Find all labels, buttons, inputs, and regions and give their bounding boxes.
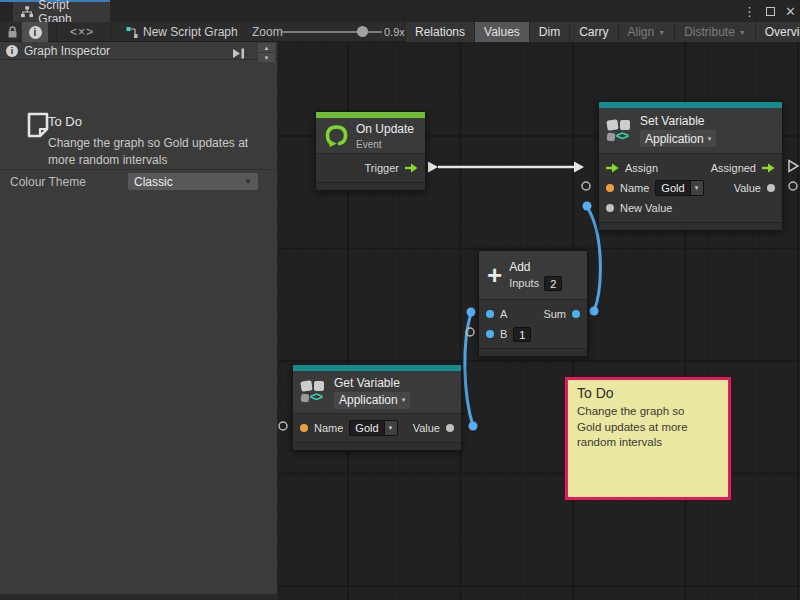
port-get-value-anchor[interactable]	[469, 422, 478, 431]
port-row-name[interactable]: Name Gold ▾ Value	[599, 178, 782, 198]
sticky-note-icon	[26, 112, 50, 143]
graph-toolbar: i <×> New Script Graph Zoom 0.9x Relatio…	[0, 22, 800, 42]
lock-button[interactable]	[4, 22, 20, 42]
node-body: Trigger	[316, 153, 425, 182]
dim-button[interactable]: Dim	[529, 22, 569, 42]
zoom-value: 0.9x	[384, 22, 405, 42]
port-assigned-out-triangle[interactable]	[789, 161, 798, 172]
colour-theme-label: Colour Theme	[10, 175, 86, 189]
toolbar-separator	[56, 22, 57, 42]
info-icon: i	[29, 26, 42, 39]
chevron-down-icon: ▾	[708, 135, 712, 143]
port-a-icon[interactable]	[486, 310, 494, 318]
info-icon: i	[6, 45, 18, 57]
window-menu-icon[interactable]: ⋮	[743, 5, 756, 18]
relations-button[interactable]: Relations	[405, 22, 474, 42]
colour-theme-dropdown[interactable]: Classic ▼	[128, 173, 258, 190]
chevron-down-icon: ▼	[739, 29, 746, 36]
collapse-panel-button[interactable]	[232, 45, 245, 63]
node-header[interactable]: + Add Inputs 2	[479, 251, 587, 299]
window-maximize-icon[interactable]	[766, 7, 775, 16]
flow-in-arrow-icon[interactable]	[606, 163, 619, 173]
wire-arrowhead	[574, 162, 584, 173]
variable-name-dropdown[interactable]: Gold ▾	[349, 420, 397, 436]
overview-button[interactable]: Overview	[755, 22, 800, 42]
node-on-update[interactable]: On Update Event Trigger	[315, 111, 426, 191]
port-add-sum-anchor[interactable]	[590, 307, 599, 316]
node-get-variable[interactable]: <> Get Variable Application ▾ Name Gold …	[292, 364, 462, 451]
port-name-icon[interactable]	[606, 184, 614, 192]
chevron-down-icon: ▾	[690, 181, 703, 195]
inputs-count-field[interactable]: 2	[544, 276, 562, 291]
port-row-b[interactable]: B 1	[479, 324, 587, 344]
window-close-icon[interactable]: ✕	[785, 5, 796, 18]
scroll-down-icon: ▼	[264, 55, 270, 61]
chevron-down-icon: ▼	[658, 29, 665, 36]
scroll-down-button[interactable]: ▼	[258, 53, 275, 62]
port-value-icon[interactable]	[446, 424, 454, 432]
toolbar-separator	[110, 22, 111, 42]
port-name-icon[interactable]	[300, 424, 308, 432]
port-row-new-value[interactable]: New Value	[599, 198, 782, 218]
sticky-note[interactable]: To Do Change the graph so Gold updates a…	[565, 377, 731, 500]
port-new-value-icon[interactable]	[606, 204, 614, 212]
graph-canvas[interactable]: On Update Event Trigger <> Set	[278, 42, 800, 600]
node-header[interactable]: On Update Event	[316, 118, 425, 153]
port-row-trigger[interactable]: Trigger	[316, 158, 425, 178]
port-row-a[interactable]: A Sum	[479, 304, 587, 324]
node-body: Name Gold ▾ Value	[293, 413, 461, 442]
align-dropdown[interactable]: Align▼	[618, 22, 675, 42]
port-row-assign[interactable]: Assign Assigned	[599, 158, 782, 178]
node-add[interactable]: + Add Inputs 2 A Sum B 1	[478, 250, 588, 357]
sticky-note-title: To Do	[577, 385, 719, 401]
port-setvar-name-ring[interactable]	[582, 182, 590, 190]
variable-name-dropdown[interactable]: Gold ▾	[655, 180, 703, 196]
port-value-icon[interactable]	[767, 184, 775, 192]
values-button[interactable]: Values	[474, 22, 529, 42]
carry-button[interactable]: Carry	[569, 22, 617, 42]
panel-title: Graph Inspector	[24, 44, 110, 58]
inspector-toggle-button[interactable]: i	[22, 22, 48, 42]
zoom-slider-handle[interactable]	[357, 26, 368, 37]
graph-inspector-panel: i Graph Inspector ▲ ▼ To Do Change the g…	[0, 42, 278, 594]
node-footer	[293, 442, 461, 450]
b-value-field[interactable]: 1	[513, 327, 531, 342]
script-graph-asset-icon	[124, 22, 140, 42]
lock-icon	[7, 26, 18, 39]
port-sum-icon[interactable]	[572, 310, 580, 318]
port-newvalue-anchor[interactable]	[583, 202, 592, 211]
port-add-a-anchor[interactable]	[467, 308, 476, 317]
port-b-icon[interactable]	[486, 330, 494, 338]
port-trigger-out-anchor[interactable]	[428, 162, 438, 173]
scroll-up-icon: ▲	[264, 45, 270, 51]
scroll-up-button[interactable]: ▲	[258, 43, 275, 52]
window-controls: ⋮ ✕	[743, 0, 796, 22]
node-footer	[316, 182, 425, 190]
node-header[interactable]: <> Set Variable Application ▾	[599, 108, 782, 153]
variable-icon: <>	[301, 380, 327, 404]
flow-out-arrow-icon[interactable]	[405, 163, 418, 173]
distribute-dropdown[interactable]: Distribute▼	[674, 22, 755, 42]
node-set-variable[interactable]: <> Set Variable Application ▾ Assign Ass…	[598, 101, 783, 231]
chevron-down-icon: ▼	[244, 177, 252, 186]
zoom-label: Zoom	[252, 22, 283, 42]
variable-scope-dropdown[interactable]: Application ▾	[640, 130, 716, 147]
port-setvar-value-ring[interactable]	[789, 182, 797, 190]
plus-icon: +	[487, 264, 502, 286]
toolbar-button-group: Relations Values Dim Carry Align▼ Distri…	[405, 22, 800, 42]
inspector-todo-title: To Do	[48, 114, 82, 129]
port-row-name[interactable]: Name Gold ▾ Value	[293, 418, 461, 438]
graph-asset-name[interactable]: New Script Graph	[143, 22, 238, 42]
variable-scope-dropdown[interactable]: Application ▾	[334, 392, 410, 409]
port-getvar-name-ring[interactable]	[279, 422, 287, 430]
code-preview-button[interactable]: <×>	[62, 22, 102, 42]
panel-scrollbar: ▲ ▼	[258, 43, 275, 63]
flow-out-arrow-icon[interactable]	[762, 163, 775, 173]
node-footer	[599, 222, 782, 230]
tab-script-graph[interactable]: Script Graph	[13, 2, 110, 22]
node-header[interactable]: <> Get Variable Application ▾	[293, 371, 461, 413]
node-body: A Sum B 1	[479, 299, 587, 348]
colour-theme-value: Classic	[134, 175, 173, 189]
node-footer	[479, 348, 587, 356]
variable-icon: <>	[607, 119, 633, 143]
